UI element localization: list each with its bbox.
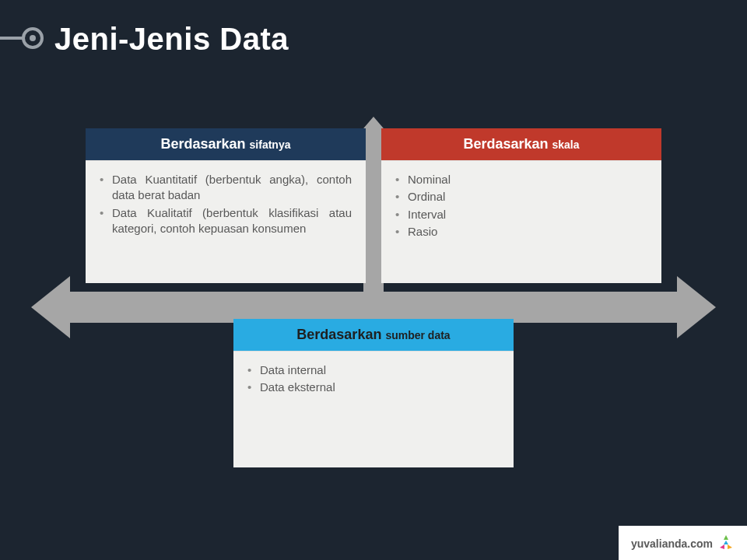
card-header-sub: sifatnya: [250, 138, 291, 151]
card-sumber: Berdasarkan sumber data Data internal Da…: [233, 319, 514, 467]
card-header-prefix: Berdasarkan: [161, 136, 250, 152]
card-body-sifatnya: Data Kuantitatif (berbentuk angka), cont…: [86, 160, 366, 283]
target-icon: [0, 23, 47, 57]
card-sifatnya: Berdasarkan sifatnya Data Kuantitatif (b…: [86, 128, 366, 283]
page-title: Jeni-Jenis Data: [54, 22, 289, 57]
card-header-prefix: Berdasarkan: [296, 327, 385, 342]
card-header-sub: skala: [552, 138, 580, 151]
list-item: Nominal: [395, 172, 647, 187]
title-row: Jeni-Jenis Data: [54, 22, 724, 57]
list-item: Data Kualitatif (berbentuk klasifikasi a…: [100, 205, 352, 237]
brand-logo-icon: [717, 534, 735, 554]
list-item: Data eksternal: [247, 380, 500, 395]
card-body-skala: Nominal Ordinal Interval Rasio: [381, 160, 661, 283]
slide: Jeni-Jenis Data Berdasarkan sifatnya Dat…: [0, 0, 747, 560]
svg-marker-8: [720, 544, 724, 549]
brand-text: yuvalianda.com: [631, 537, 713, 550]
svg-point-2: [30, 35, 36, 41]
list-item: Data internal: [247, 362, 500, 378]
card-header-sifatnya: Berdasarkan sifatnya: [86, 128, 366, 160]
list-item: Ordinal: [395, 189, 647, 205]
svg-marker-7: [724, 535, 728, 540]
list-item: Interval: [395, 207, 647, 222]
card-header-sumber: Berdasarkan sumber data: [233, 319, 514, 351]
list-item: Data Kuantitatif (berbentuk angka), cont…: [100, 172, 352, 204]
card-body-sumber: Data internal Data eksternal: [233, 351, 514, 467]
list-item: Rasio: [395, 224, 647, 240]
card-skala: Berdasarkan skala Nominal Ordinal Interv…: [381, 128, 661, 283]
card-header-prefix: Berdasarkan: [463, 136, 552, 152]
card-header-skala: Berdasarkan skala: [381, 128, 661, 160]
brand-badge: yuvalianda.com: [619, 526, 747, 560]
card-header-sub: sumber data: [385, 329, 450, 341]
svg-marker-10: [724, 541, 728, 544]
svg-marker-9: [728, 544, 732, 549]
